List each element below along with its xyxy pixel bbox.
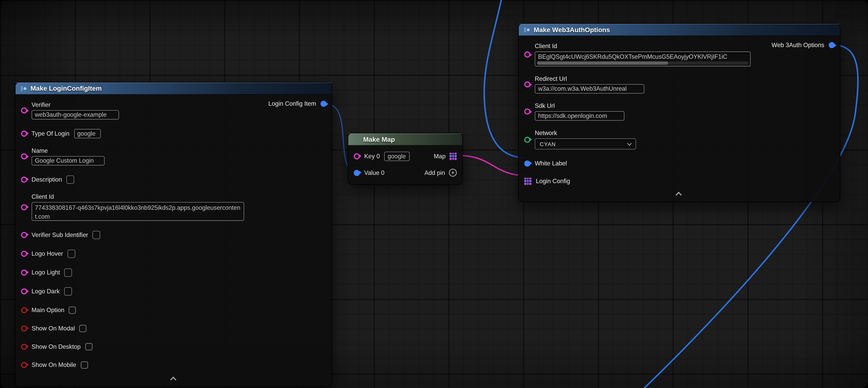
collapse-chevron-icon	[676, 191, 682, 198]
show-on-modal-label: Show On Modal	[32, 325, 75, 332]
struct-pin-icon	[524, 26, 530, 33]
show-on-mobile-checkbox[interactable]	[81, 361, 88, 368]
map-output-label: Map	[434, 152, 446, 159]
verifier-pin[interactable]	[21, 108, 27, 114]
horizontal-scrollbar[interactable]	[537, 61, 748, 65]
main-option-checkbox[interactable]	[69, 306, 76, 314]
login-config-pin-icon[interactable]	[524, 177, 532, 184]
name-input[interactable]: Google Custom Login	[32, 156, 105, 166]
value0-pin[interactable]	[354, 170, 360, 176]
main-option-label: Main Option	[32, 306, 64, 314]
pin-row-show-on-modal: Show On Modal	[21, 323, 325, 333]
scrollbar-thumb[interactable]	[537, 61, 668, 65]
network-dropdown[interactable]: CYAN	[535, 139, 636, 149]
logo-dark-pin[interactable]	[21, 288, 27, 294]
pin-row-logo-dark: Logo Dark	[21, 286, 325, 296]
sdk-url-pin[interactable]	[524, 109, 530, 115]
description-label: Description	[32, 176, 62, 183]
description-pin[interactable]	[21, 176, 27, 182]
verifier-input[interactable]: web3auth-google-example	[32, 110, 119, 120]
logo-hover-input[interactable]	[67, 249, 75, 258]
type-of-login-input[interactable]: google	[74, 129, 100, 138]
node-title: Make LoginConfigItem	[30, 84, 101, 92]
pin-row-show-on-desktop: Show On Desktop	[21, 341, 325, 352]
pin-row-type-of-login: Type Of Login google	[21, 128, 325, 139]
node-make-web3authoptions[interactable]: Make Web3AuthOptions Web 3Auth Options C…	[518, 23, 840, 202]
pin-row-login-config: Login Config	[524, 176, 833, 186]
add-pin-icon[interactable]	[449, 169, 457, 176]
add-pin-label: Add pin	[424, 169, 445, 176]
map-grid-icon	[353, 136, 360, 143]
client-id-input[interactable]: BEglQSgt4cUWcj6SKRdu5QkOXTsePmMcusG5EAoy…	[535, 52, 750, 66]
white-label-label: White Label	[535, 160, 567, 167]
redirect-url-input[interactable]: w3a://com.w3a.Web3AuthUnreal	[535, 84, 644, 94]
logo-dark-input[interactable]	[64, 287, 72, 295]
node-title: Make Map	[363, 135, 395, 143]
name-pin[interactable]	[21, 153, 27, 159]
client-id-label: Client Id	[32, 193, 244, 200]
pin-row-verifier-sub-identifier: Verifier Sub Identifier	[21, 230, 325, 240]
verifier-sub-identifier-pin[interactable]	[21, 232, 27, 238]
main-option-pin[interactable]	[21, 307, 27, 313]
key0-input[interactable]: google	[384, 151, 410, 161]
struct-pin-icon	[21, 85, 27, 92]
pin-row-logo-hover: Logo Hover	[21, 249, 325, 259]
description-input[interactable]	[66, 175, 74, 184]
network-label: Network	[535, 129, 636, 137]
pin-row-network: Network CYAN	[524, 129, 833, 149]
node-header[interactable]: Make Map	[348, 133, 462, 146]
wire-map-output-to-login-config[interactable]	[459, 155, 525, 176]
show-on-desktop-pin[interactable]	[21, 344, 27, 350]
node-make-loginconfigitem[interactable]: Make LoginConfigItem Login Config Item V…	[15, 82, 332, 387]
sdk-url-label: Sdk Url	[535, 102, 624, 110]
logo-light-pin[interactable]	[21, 269, 27, 275]
logo-hover-pin[interactable]	[21, 250, 27, 257]
node-header[interactable]: Make Web3AuthOptions	[519, 24, 840, 36]
sdk-url-input[interactable]: https://sdk.openlogin.com	[535, 111, 624, 121]
white-label-pin[interactable]	[524, 160, 530, 167]
pin-row-redirect-url: Redirect Url w3a://com.w3a.Web3AuthUnrea…	[524, 75, 833, 94]
network-selected-value: CYAN	[540, 141, 628, 147]
redirect-url-label: Redirect Url	[535, 75, 644, 82]
node-collapse-button[interactable]	[21, 373, 325, 384]
blueprint-graph-canvas[interactable]: Make LoginConfigItem Login Config Item V…	[0, 0, 868, 388]
show-on-modal-checkbox[interactable]	[79, 325, 87, 332]
pin-row-white-label: White Label	[524, 158, 833, 168]
pin-row-show-on-mobile: Show On Mobile	[21, 360, 325, 370]
network-pin[interactable]	[524, 137, 530, 143]
show-on-modal-pin[interactable]	[21, 325, 27, 331]
show-on-mobile-pin[interactable]	[21, 362, 27, 368]
map-pin-icon[interactable]	[450, 152, 457, 159]
verifier-sub-identifier-input[interactable]	[92, 231, 100, 239]
logo-light-label: Logo Light	[32, 269, 60, 276]
pin-row-sdk-url: Sdk Url https://sdk.openlogin.com	[524, 102, 833, 121]
chevron-down-icon	[627, 141, 632, 146]
key0-label: Key 0	[364, 152, 380, 159]
node-make-map[interactable]: Make Map Key 0 google Map Value 0	[348, 133, 463, 185]
logo-dark-label: Logo Dark	[32, 288, 60, 295]
logo-hover-label: Logo Hover	[32, 250, 63, 257]
verifier-label: Verifier	[32, 101, 119, 109]
client-id-input[interactable]: 774338308167-q463s7kpvja16l4l0kko3nb925i…	[32, 202, 244, 221]
client-id-pin[interactable]	[524, 52, 530, 58]
client-id-label: Client Id	[535, 42, 750, 50]
redirect-url-pin[interactable]	[524, 82, 530, 88]
name-label: Name	[32, 147, 105, 154]
pin-row-value0: Value 0 Add pin	[354, 168, 457, 178]
pin-row-description: Description	[21, 174, 325, 184]
node-header[interactable]: Make LoginConfigItem	[16, 82, 332, 95]
login-config-label: Login Config	[536, 177, 570, 184]
collapse-chevron-icon	[170, 377, 176, 383]
type-of-login-pin[interactable]	[21, 130, 27, 137]
value0-label: Value 0	[364, 169, 384, 176]
show-on-desktop-checkbox[interactable]	[85, 343, 92, 350]
logo-light-input[interactable]	[64, 268, 72, 276]
verifier-sub-identifier-label: Verifier Sub Identifier	[32, 231, 88, 238]
node-title: Make Web3AuthOptions	[534, 26, 610, 33]
key0-pin[interactable]	[354, 153, 360, 159]
pin-row-verifier: Verifier web3auth-google-example	[21, 101, 325, 120]
show-on-mobile-label: Show On Mobile	[32, 361, 76, 368]
client-id-pin[interactable]	[21, 204, 27, 210]
pin-row-client-id: Client Id BEglQSgt4cUWcj6SKRdu5QkOXTsePm…	[524, 42, 833, 66]
node-collapse-button[interactable]	[524, 188, 833, 199]
